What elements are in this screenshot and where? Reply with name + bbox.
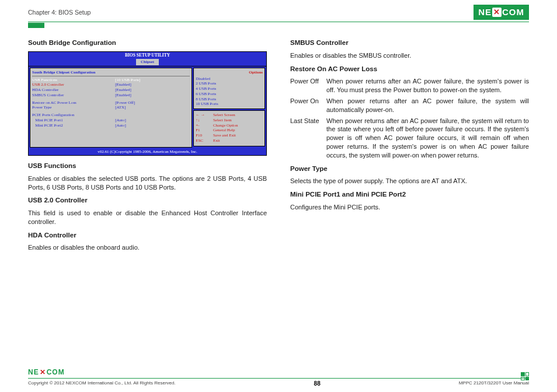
bios-screenshot: BIOS SETUP UTILITY Chipset South Bridge … <box>28 51 267 156</box>
bios-val: [Enabled] <box>115 93 190 98</box>
bios-val: [ATX] <box>115 105 190 110</box>
def-term: Power On <box>290 97 326 114</box>
bios-tab-chipset: Chipset <box>136 59 159 65</box>
page-number: 88 <box>314 380 321 388</box>
def-desc: When power returns after an AC power fai… <box>326 97 529 114</box>
bios-key: F10 <box>196 133 213 138</box>
def-term: Power Off <box>290 77 326 94</box>
manual-name: MPPC 2120T/3220T User Manual <box>459 380 529 387</box>
bios-key: ← → <box>196 113 213 118</box>
bios-option: Disabled <box>196 76 263 82</box>
heading-usb20: USB 2.0 Controller <box>28 196 267 205</box>
text-mini-pcie: Configures the Mini PCIE ports. <box>290 203 529 212</box>
section-south-bridge: South Bridge Configuration <box>28 38 267 48</box>
bios-key: +- <box>196 123 213 128</box>
heading-usb-functions: USB Functions <box>28 162 267 171</box>
bios-option: 4 USB Ports <box>196 86 263 92</box>
heading-restore: Restore On AC Power Loss <box>290 65 529 74</box>
text-usb20: This field is used to enable or disable … <box>28 209 267 226</box>
bios-key: ESC <box>196 138 213 144</box>
bios-options-title: Options <box>196 70 263 75</box>
bios-key-desc: Select Item <box>213 118 263 123</box>
bios-option: 8 USB Ports <box>196 97 263 102</box>
text-power-type: Selects the type of power supply. The op… <box>290 177 529 186</box>
bios-title: BIOS SETUP UTILITY <box>29 52 266 58</box>
heading-smbus: SMBUS Controller <box>290 38 529 48</box>
heading-mini-pcie: Mini PCIE Port1 and Mini PCIE Port2 <box>290 190 529 200</box>
heading-hda: HDA Controller <box>28 231 267 240</box>
bios-val: [Enabled] <box>115 82 190 88</box>
text-smbus: Enables or disables the SMBUS controller… <box>290 51 529 60</box>
bios-key: ↑↓ <box>196 118 213 123</box>
heading-power-type: Power Type <box>290 164 529 174</box>
bios-footer: v02.61 (C)Copyright 1985-2006, American … <box>29 149 266 155</box>
footer-logo: NE✕COM <box>28 368 529 377</box>
bios-item: Power Type <box>32 105 115 110</box>
brand-logo: NE✕COM <box>474 5 529 20</box>
bios-item: USB Functions <box>32 78 115 83</box>
bios-key-desc: Exit <box>213 138 263 144</box>
bios-subtitle: South Bridge Chipset Configuration <box>32 70 190 76</box>
bios-val: [Enabled] <box>115 88 190 93</box>
bios-option: 10 USB Ports <box>196 102 263 107</box>
chapter-label: Chapter 4: BIOS Setup <box>28 8 90 16</box>
bios-item: Mini PCIE Port1 <box>32 118 115 123</box>
bios-key-desc: Save and Exit <box>213 133 263 138</box>
def-term: Last State <box>290 117 326 160</box>
bios-item: PCIE Ports Configuration <box>32 113 190 118</box>
bios-key-desc: General Help <box>213 128 263 133</box>
bios-key-desc: Select Screen <box>213 113 263 118</box>
bios-item: Restore on AC Power Loss <box>32 100 115 106</box>
bios-item: HDA Controller <box>32 88 115 93</box>
bios-item: Mini PCIE Port2 <box>32 123 115 128</box>
bios-val: [Auto] <box>115 123 190 128</box>
copyright: Copyright © 2012 NEXCOM International Co… <box>28 380 176 387</box>
bios-option: 2 USB Ports <box>196 81 263 86</box>
tab-indicator <box>28 23 44 28</box>
def-desc: When power returns after an AC power fai… <box>326 77 529 94</box>
bios-val: [10 USB Ports] <box>115 78 190 83</box>
bios-item: SMBUS Controller <box>32 93 115 98</box>
bios-option: 6 USB Ports <box>196 92 263 97</box>
bios-val: [Auto] <box>115 118 190 123</box>
def-desc: When power returns after an AC power fai… <box>326 117 529 160</box>
bios-val: [Power Off] <box>115 100 190 106</box>
text-hda: Enables or disables the onboard audio. <box>28 243 267 252</box>
bios-key: F1 <box>196 128 213 133</box>
bios-item: USB 2.0 Controller <box>32 82 115 88</box>
text-usb-functions: Enables or disables the selected USB por… <box>28 174 267 192</box>
bios-key-desc: Change Option <box>213 123 263 128</box>
